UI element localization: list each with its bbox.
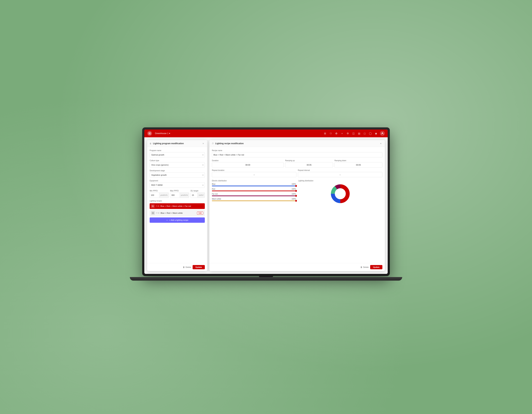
timing-row: Duration Ramping up Ramping down xyxy=(212,160,382,168)
min-ppfd-input[interactable] xyxy=(150,193,159,198)
equipment-select[interactable]: RED T 680W xyxy=(150,183,205,188)
right-dialog-header: ⏱ Lighting recipe modification × xyxy=(209,140,385,147)
ramping-up-input[interactable] xyxy=(285,162,333,168)
laptop-container: Greenhouse 1 ▾ ⊞ ⚇ ✿ + ⚙ ◫ ▤ ◻ ◯ ◉ xyxy=(142,127,390,287)
left-dialog-title-row: 🗑 Lighting program modification xyxy=(150,142,184,145)
far-red-slider-fill xyxy=(212,195,296,196)
recipe-name-input[interactable] xyxy=(212,152,382,157)
left-update-button[interactable]: Update xyxy=(193,265,205,269)
right-dialog-body: Recipe name Duration Ramping up xyxy=(209,147,385,263)
laptop-body: Greenhouse 1 ▾ ⊞ ⚇ ✿ + ⚙ ◫ ▤ ◻ ◯ ◉ xyxy=(142,127,390,276)
red-slider-row: Red 100% xyxy=(212,188,296,191)
min-ppfd-group: Min PPFD μmol/m²/s xyxy=(150,190,169,198)
warm-white-slider-thumb[interactable] xyxy=(295,200,297,202)
equipment-group: Equipment RED T 680W xyxy=(150,180,205,188)
calendar-icon[interactable]: ▤ xyxy=(357,132,361,135)
chart-icon[interactable]: ◫ xyxy=(352,132,355,135)
blue-slider-thumb[interactable] xyxy=(295,185,297,187)
warm-white-slider-fill xyxy=(212,201,296,201)
red-slider-label-row: Red 100% xyxy=(212,188,296,190)
left-delete-icon: 🗑 xyxy=(183,266,185,268)
notification-icon[interactable]: ◉ xyxy=(374,132,378,135)
program-name-select[interactable]: Optimal growth xyxy=(150,152,205,157)
lighting-distribution-label: Lighting distribution xyxy=(298,180,382,182)
left-delete-button[interactable]: 🗑 Delete xyxy=(183,266,191,268)
warm-white-slider-name: Warm white xyxy=(212,198,221,200)
min-ppfd-input-row: μmol/m²/s xyxy=(150,193,169,198)
blue-slider-track[interactable] xyxy=(212,186,296,186)
red-slider-track[interactable] xyxy=(212,191,296,191)
culture-type-select[interactable]: Vine crops (generic) xyxy=(150,162,205,168)
development-stage-label: Development stage xyxy=(150,170,205,172)
recipe-item-1[interactable]: 01 ⏱ 6h Blue + Red + Warm white + Far re… xyxy=(150,203,205,209)
blue-slider-label-row: Blue 100% xyxy=(212,183,296,185)
recipe-clock-2: ⏱ 6h xyxy=(156,212,160,214)
min-ppfd-label: Min PPFD xyxy=(150,190,169,192)
equipment-select-wrapper: RED T 680W xyxy=(150,183,205,188)
program-name-label: Program name xyxy=(150,150,205,152)
left-dialog-close[interactable]: × xyxy=(202,142,205,145)
recipe-edit-button[interactable]: Edit xyxy=(197,212,203,215)
laptop-base xyxy=(130,277,402,281)
ramping-up-label: Ramping up xyxy=(285,160,333,162)
blue-slider-value: 100% xyxy=(292,183,296,185)
culture-type-group: Culture type Vine crops (generic) xyxy=(150,160,205,168)
right-dialog-close[interactable]: × xyxy=(379,142,382,145)
far-red-slider-thumb[interactable] xyxy=(295,195,297,197)
topbar-nav: ⊞ ⚇ ✿ + ⚙ ◫ ▤ ◻ ◯ ◉ xyxy=(323,131,385,136)
recipe-item-2[interactable]: 02 ⏱ 6h Blue + Red + Warm white Edit xyxy=(150,210,205,216)
culture-type-label: Culture type xyxy=(150,160,205,162)
red-slider-fill xyxy=(212,191,296,191)
far-red-slider-track[interactable] xyxy=(212,195,296,196)
plant-icon[interactable]: ✿ xyxy=(335,132,338,135)
svg-point-1 xyxy=(149,133,150,134)
left-dialog-title: Lighting program modification xyxy=(153,142,184,145)
recipe-badge-1: 01 xyxy=(151,204,155,208)
ramping-up-group: Ramping up xyxy=(285,160,333,168)
duration-group: Duration xyxy=(212,160,284,168)
duration-input[interactable] xyxy=(212,162,284,168)
greenhouse-selector[interactable]: Greenhouse 1 ▾ xyxy=(155,132,170,135)
equipment-label: Equipment xyxy=(150,180,205,182)
repeat-interval-label: Repeat interval xyxy=(298,169,382,171)
right-delete-button[interactable]: 🗑 Delete xyxy=(361,266,369,268)
donut-chart xyxy=(330,183,351,204)
repeat-interval-input[interactable] xyxy=(298,172,382,177)
warm-white-slider-track[interactable] xyxy=(212,201,296,201)
red-slider-thumb[interactable] xyxy=(295,190,297,192)
electric-distribution-label: Electric distribution xyxy=(212,180,296,182)
red-slider-value: 100% xyxy=(292,188,296,190)
lighting-distribution-col: Lighting distribution xyxy=(298,180,382,204)
dli-label: DLI target xyxy=(190,190,205,192)
grid-icon[interactable]: ⊞ xyxy=(323,132,327,135)
max-ppfd-input-row: μmol/m²/s xyxy=(170,193,189,198)
max-ppfd-input[interactable] xyxy=(170,193,180,198)
bell-icon[interactable]: ◯ xyxy=(369,132,372,135)
recipe-badge-2: 02 xyxy=(151,211,155,215)
right-dialog-footer: 🗑 Delete Update xyxy=(209,263,385,271)
add-recipe-label: + Add a lighting recipe xyxy=(169,219,188,221)
development-stage-group: Development stage Vegetative growth xyxy=(150,170,205,178)
far-red-slider-label-row: Far red 100% xyxy=(212,193,296,195)
development-stage-select[interactable]: Vegetative growth xyxy=(150,172,205,178)
dli-input[interactable] xyxy=(190,193,198,198)
add-icon[interactable]: + xyxy=(340,132,344,135)
chat-icon[interactable]: ◻ xyxy=(363,132,366,135)
right-update-button[interactable]: Update xyxy=(370,265,382,269)
users-icon[interactable]: ⚇ xyxy=(329,132,332,135)
left-dialog: 🗑 Lighting program modification × Progra… xyxy=(147,140,207,271)
left-dialog-header: 🗑 Lighting program modification × xyxy=(147,140,207,147)
blue-slider-fill xyxy=(212,186,296,186)
repeat-duration-input[interactable] xyxy=(212,172,296,177)
settings-icon[interactable]: ⚙ xyxy=(346,132,350,135)
min-ppfd-unit: μmol/m²/s xyxy=(159,193,169,198)
recipe-clock-1: ⏱ 6h xyxy=(156,205,159,207)
program-name-value: Optimal growth xyxy=(151,154,164,156)
ramping-down-input[interactable] xyxy=(334,162,382,168)
add-recipe-button[interactable]: ＋ + Add a lighting recipe xyxy=(150,217,205,223)
recipe-name-group: Recipe name xyxy=(212,150,382,157)
logo-icon xyxy=(147,131,152,136)
recipe-name-label: Recipe name xyxy=(212,150,382,152)
development-stage-select-wrapper: Vegetative growth xyxy=(150,172,205,178)
user-avatar[interactable] xyxy=(380,131,385,136)
